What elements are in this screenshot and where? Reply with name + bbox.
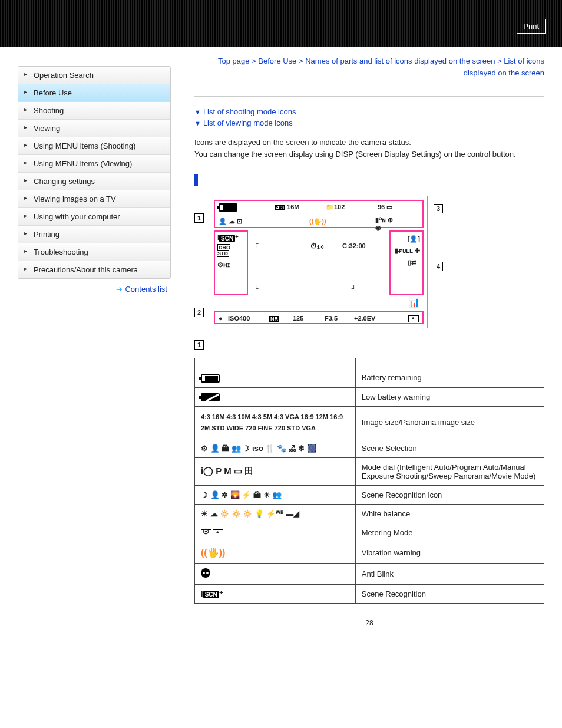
breadcrumb-before-use[interactable]: Before Use [258, 57, 296, 65]
table-row: Metering Mode [195, 523, 544, 542]
icon-table: Battery remaining Low battery warning 4:… [194, 358, 544, 604]
intro-line1: Icons are displayed on the screen to ind… [194, 137, 544, 149]
sidebar-item-printing[interactable]: Printing [18, 226, 170, 243]
diagram-size: 4:3 4:3 16M16M [275, 203, 299, 210]
print-button[interactable]: Print [517, 19, 546, 34]
table-row: ☀ ☁ 🔅 🔅 🔅 💡 ⚡ᵂᴮ ▬◢ White balance [195, 504, 544, 523]
diagram-vibration-icon: ((🖐)) [309, 218, 326, 225]
table-row: 4:3 16M 4:3 10M 4:3 5M 4:3 VGA 16:9 12M … [195, 407, 544, 439]
icon-image-size: 4:3 16M 4:3 10M 4:3 5M 4:3 VGA 16:9 12M … [195, 407, 356, 439]
arrow-right-icon: ➔ [116, 285, 123, 294]
sidebar-item-shooting[interactable]: Shooting [18, 102, 170, 120]
icon-vibration-warning: ((🖐)) [195, 542, 356, 563]
breadcrumb: Top page > Before Use > Names of parts a… [194, 55, 544, 78]
table-row: Battery remaining [195, 368, 544, 388]
icon-low-battery [195, 387, 356, 407]
contents-list-wrap: ➔Contents list [18, 285, 171, 294]
icon-scene-selection: ⚙ 👤 🏔 👥 ☽ ιsο 🍴 🐾 🏖 ❄ 🎆 [195, 439, 356, 457]
sidebar-item-menu-viewing[interactable]: Using MENU items (Viewing) [18, 155, 170, 173]
anchor-links: ▼List of shooting mode icons ▼List of vi… [194, 107, 544, 130]
desc-low-battery: Low battery warning [355, 387, 544, 407]
divider [194, 96, 544, 97]
frame-br: ┘ [352, 285, 356, 292]
icon-anti-blink [195, 563, 356, 584]
sidebar-item-precautions[interactable]: Precautions/About this camera [18, 261, 170, 278]
breadcrumb-top[interactable]: Top page [218, 57, 250, 65]
sidebar-item-viewing[interactable]: Viewing [18, 120, 170, 137]
frame-bl: └ [254, 285, 259, 292]
table-row: Low battery warning [195, 387, 544, 407]
desc-anti-blink: Anti Blink [355, 563, 544, 584]
frame-tl: ┌ [254, 240, 259, 247]
intro-line2: You can change the screen display using … [194, 149, 544, 160]
icon-battery-remaining [195, 368, 356, 388]
table-row: ((🖐)) Vibration warning [195, 542, 544, 563]
sidebar-item-troubleshooting[interactable]: Troubleshooting [18, 243, 170, 261]
breadcrumb-names[interactable]: Names of parts and list of icons display… [305, 57, 495, 65]
icon-scene-recognition-mode: iSCN⁺ [195, 584, 356, 603]
table-row: ⚙ 👤 🏔 👥 ☽ ιsο 🍴 🐾 🏖 ❄ 🎆 Scene Selection [195, 439, 544, 457]
table-row: Anti Blink [195, 563, 544, 584]
desc-white-balance: White balance [355, 504, 544, 523]
table-row: i◯ P M ▭ 田 Mode dial (Intelligent Auto/P… [195, 457, 544, 485]
icon-mode-dial: i◯ P M ▭ 田 [195, 457, 356, 485]
header-band: Print [0, 0, 562, 47]
sidebar-item-operation-search[interactable]: Operation Search [18, 67, 170, 84]
diagram-misc-icons: ▮ᴼɴ ⊕◉ [375, 216, 393, 232]
diagram-face-off: [👤] [408, 235, 420, 243]
diagram-full: ▮ғᴜʟʟ ✚ [395, 247, 420, 255]
desc-scene-recognition-icon: Scene Recognition icon [355, 485, 544, 504]
diagram-dro: DROSTD [217, 245, 230, 256]
table-row: iSCN⁺ Scene Recognition [195, 584, 544, 603]
desc-scene-selection: Scene Selection [355, 439, 544, 457]
down-arrow-icon: ▼ [194, 108, 201, 116]
icon-metering-mode [195, 523, 356, 542]
contents-list-link[interactable]: Contents list [125, 285, 167, 294]
col-indication [355, 358, 544, 368]
diagram-callout-1: 1 [194, 213, 204, 223]
desc-image-size: Image size/Panorama image size [355, 407, 544, 439]
sidebar-item-computer[interactable]: Using with your computer [18, 208, 170, 226]
anchor-viewing-icons[interactable]: List of viewing mode icons [203, 118, 293, 127]
section-marker [194, 174, 198, 186]
diagram-callout-2: 2 [194, 308, 204, 317]
desc-scene-recognition: Scene Recognition [355, 584, 544, 603]
region-1-label: 1 [194, 340, 544, 350]
diagram-fnum: F3.5 [325, 315, 338, 322]
diagram-callout-4: 4 [434, 262, 443, 271]
sidebar-item-tv[interactable]: Viewing images on a TV [18, 190, 170, 208]
diagram-remaining: 96 ▭ [378, 203, 392, 211]
diagram-iso: ISO400 [228, 315, 250, 322]
desc-metering-mode: Metering Mode [355, 523, 544, 542]
diagram-face-icon: 👤 ☁ ⊡ [219, 218, 242, 225]
intro-text: Icons are displayed on the screen to ind… [194, 137, 544, 160]
screen-diagram: 4:3 4:3 16M16M 📁102 96 ▭ 👤 ☁ ⊡ ((🖐)) ▮ᴼɴ… [210, 196, 428, 328]
down-arrow-icon: ▼ [194, 120, 201, 127]
main-content: Top page > Before Use > Names of parts a… [171, 55, 544, 627]
diagram-histogram: 📊 [408, 297, 420, 308]
diagram-callout-3: 3 [434, 204, 443, 213]
side-nav: Operation Search Before Use Shooting Vie… [18, 66, 171, 279]
diagram-ev: +2.0EV [354, 315, 375, 322]
diagram-card: ▯⇄ [408, 259, 416, 266]
desc-vibration-warning: Vibration warning [355, 542, 544, 563]
diagram-folder: 📁102 [326, 203, 345, 211]
table-header-row [195, 358, 544, 368]
diagram-burst: ⚙ʜɪ [217, 261, 230, 269]
table-row: ☽ 👤 ✲ 🌄 ⚡ 🏔 ☀ 👥 Scene Recognition icon [195, 485, 544, 504]
diagram-shutter: 125 [293, 315, 303, 322]
desc-mode-dial: Mode dial (Intelligent Auto/Program Auto… [355, 457, 544, 485]
battery-icon [219, 203, 237, 212]
sidebar-item-before-use[interactable]: Before Use [18, 84, 170, 102]
anchor-shooting-icons[interactable]: List of shooting mode icons [203, 107, 296, 116]
sidebar-item-changing-settings[interactable]: Changing settings [18, 173, 170, 190]
diagram-nr: NR [269, 316, 279, 322]
diagram-code: C:32:00 [342, 242, 366, 249]
diagram-meter-icon [408, 315, 420, 322]
icon-scene-recognition: ☽ 👤 ✲ 🌄 ⚡ 🏔 ☀ 👥 [195, 485, 356, 504]
diagram-timer: ⏱₁₀ [310, 242, 324, 249]
sidebar: Operation Search Before Use Shooting Vie… [18, 55, 171, 627]
page-number: 28 [194, 619, 544, 627]
icon-white-balance: ☀ ☁ 🔅 🔅 🔅 💡 ⚡ᵂᴮ ▬◢ [195, 504, 356, 523]
sidebar-item-menu-shooting[interactable]: Using MENU items (Shooting) [18, 137, 170, 155]
